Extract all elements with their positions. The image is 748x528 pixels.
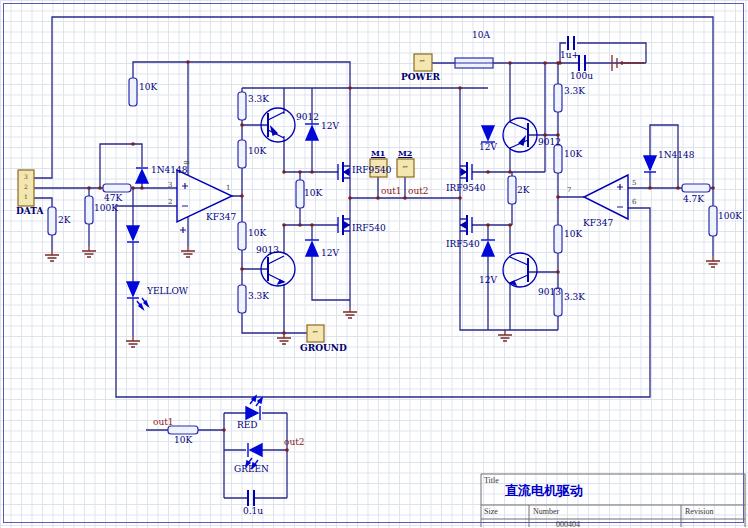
part-opamp-left[interactable]: KF347 (206, 213, 236, 222)
part-mosfet-left-p[interactable]: IRF9540 (352, 166, 391, 175)
part-1n4148-left[interactable]: 1N4148 (151, 166, 188, 175)
value-r17[interactable]: 10K (174, 436, 192, 445)
value-z4[interactable]: 12V (479, 276, 497, 285)
opamp-left-pin1: 1 (226, 185, 230, 192)
title-block-size-label: Size (484, 508, 498, 516)
resistor-r2 (48, 207, 56, 235)
resistors[interactable] (48, 78, 717, 434)
ground-2 (82, 246, 96, 257)
value-r14[interactable]: 3.3K (564, 293, 585, 302)
value-r1[interactable]: 10K (139, 83, 157, 92)
resistor-r6 (238, 140, 246, 168)
title-block-number-label: Number (533, 508, 559, 516)
net-label-out2-bottom[interactable]: out2 (284, 438, 305, 447)
connector-power-pin: 1 (419, 59, 425, 63)
part-q4[interactable]: 9013 (538, 288, 561, 297)
zener-z1 (305, 124, 319, 140)
mosfet-irf9540-right (460, 162, 472, 182)
value-r16[interactable]: 100K (718, 212, 742, 221)
mosfet-irf540-right (460, 215, 472, 235)
opamp-right-pin7: 7 (567, 187, 571, 194)
value-r10[interactable]: 2K (517, 186, 529, 195)
opamp-right-pin5: 5 (632, 180, 636, 187)
part-led-yellow[interactable]: YELLOW (147, 287, 188, 296)
ground-4 (181, 246, 195, 257)
connector-ground-pin: 1 (312, 330, 318, 334)
value-r3[interactable]: 100K (94, 204, 118, 213)
fuse-symbol[interactable] (455, 58, 493, 68)
opamps[interactable] (177, 170, 628, 222)
resistor-r9 (238, 285, 246, 313)
value-r11[interactable]: 3.3K (564, 87, 585, 96)
value-r6[interactable]: 10K (248, 147, 266, 156)
value-r9[interactable]: 3.3K (248, 292, 269, 301)
opamp-right-symbol (584, 175, 628, 219)
resistor-r3 (85, 196, 93, 224)
ground-3 (126, 336, 140, 347)
resistor-r7 (296, 180, 304, 208)
port-label-m1[interactable]: M1 (371, 149, 385, 157)
data-pin2: 2 (24, 184, 28, 190)
port-label-m2[interactable]: M2 (398, 149, 412, 157)
port-label-ground[interactable]: GROUND (300, 344, 347, 353)
connector-m2-pin: 1 (402, 165, 408, 169)
value-r7[interactable]: 10K (304, 189, 322, 198)
value-r13[interactable]: 10K (564, 230, 582, 239)
value-r2[interactable]: 2K (58, 216, 70, 225)
title-block-revision-label: Revision (685, 508, 713, 516)
part-q2[interactable]: 9013 (256, 246, 279, 255)
schematic-canvas: DATA 3 2 1 2K 100K 47K 10K 1N4148 YELLOW… (0, 0, 748, 528)
title-block-date-partial: 000404 (556, 521, 580, 528)
value-z3[interactable]: 12V (479, 143, 497, 152)
value-r4[interactable]: 47K (104, 194, 122, 203)
part-opamp-right[interactable]: KF347 (583, 219, 613, 228)
zener-z2 (305, 240, 319, 256)
part-mosfet-right-p[interactable]: IRF9540 (446, 184, 485, 193)
resistor-r13 (554, 225, 562, 253)
part-led-red[interactable]: RED (237, 421, 258, 430)
title-block-title[interactable]: 直流电机驱动 (505, 484, 583, 497)
data-pin1: 1 (24, 194, 28, 200)
part-mosfet-right-n[interactable]: IRF540 (446, 240, 480, 249)
opamp-left-pin3: 3 (168, 182, 172, 189)
title-block-title-label: Title (484, 477, 499, 485)
resistor-r11 (554, 84, 562, 112)
value-z2[interactable]: 12V (321, 249, 339, 258)
diode-1n4148-left (136, 168, 148, 183)
mosfet-irf540-left (338, 215, 350, 235)
part-q3[interactable]: 9012 (538, 138, 561, 147)
value-c3[interactable]: 0.1u (243, 507, 263, 516)
value-r5[interactable]: 3.3K (248, 95, 269, 104)
value-fuse[interactable]: 10A (472, 31, 490, 40)
led-red-symbol (246, 396, 262, 420)
part-1n4148-right[interactable]: 1N4148 (658, 151, 695, 160)
value-c1[interactable]: 1u+ (560, 51, 579, 60)
net-label-out2-mid[interactable]: out2 (408, 187, 429, 196)
part-mosfet-left-n[interactable]: IRF540 (352, 224, 386, 233)
port-label-power[interactable]: POWER (401, 73, 440, 82)
resistor-r12 (554, 145, 562, 173)
capacitor-c1 (568, 36, 574, 50)
diode-mid-left (127, 226, 139, 242)
ground-1 (45, 250, 59, 261)
value-r12[interactable]: 10K (564, 150, 582, 159)
ground-6 (343, 307, 357, 318)
net-label-out1-bottom[interactable]: out1 (153, 418, 174, 427)
resistor-r16 (709, 206, 717, 236)
ground-7 (498, 330, 512, 341)
value-z1[interactable]: 12V (321, 122, 339, 131)
ground-8 (706, 256, 720, 267)
value-c2[interactable]: 100u (570, 72, 593, 81)
title-block-lines (481, 474, 745, 527)
net-label-out1-mid[interactable]: out1 (381, 187, 402, 196)
opamp-left-pin8: 8 (182, 160, 189, 164)
value-r8[interactable]: 10K (248, 229, 266, 238)
resistor-r15 (682, 184, 710, 192)
value-r15[interactable]: 4.7K (683, 195, 704, 204)
part-led-green[interactable]: GREEN (234, 465, 269, 474)
resistor-r8 (238, 222, 246, 250)
capacitors[interactable] (248, 36, 585, 506)
part-q1[interactable]: 9012 (296, 113, 319, 122)
resistor-r10 (508, 176, 516, 204)
port-label-data[interactable]: DATA (16, 207, 43, 216)
